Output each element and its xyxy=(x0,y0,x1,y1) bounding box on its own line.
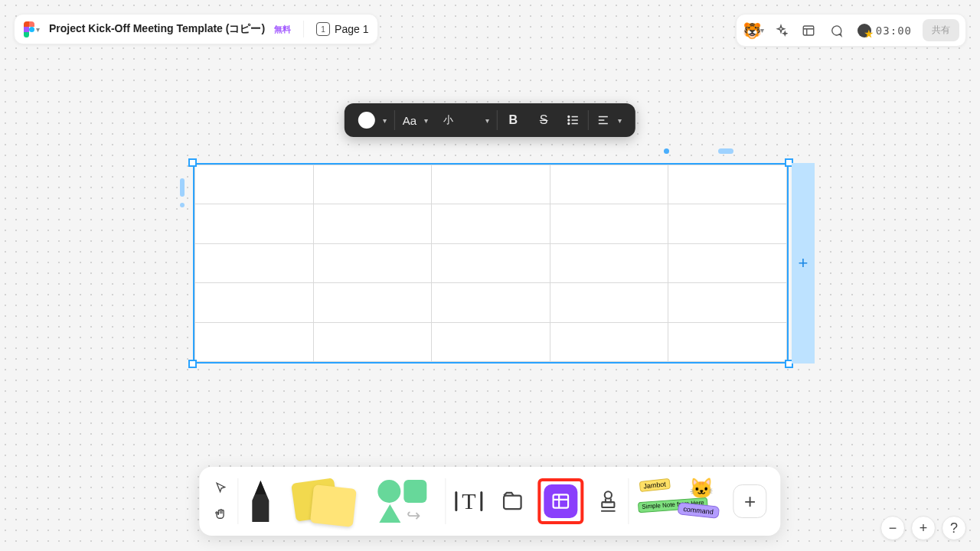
help-button[interactable]: ? xyxy=(942,516,966,540)
help-icon: ? xyxy=(950,520,958,536)
list-button[interactable] xyxy=(559,108,588,132)
row-indicator-rail[interactable] xyxy=(180,178,185,197)
svg-rect-0 xyxy=(803,26,814,35)
comment-button[interactable] xyxy=(825,20,847,41)
chevron-down-icon: ▾ xyxy=(383,116,387,125)
text-tool[interactable]: T xyxy=(446,471,492,531)
zoom-out-button[interactable]: − xyxy=(880,516,905,540)
marker-icon xyxy=(247,479,273,523)
collab-toolbar: 🐯 ▾ 03:00 共有 xyxy=(736,14,966,47)
timer-avatar-icon xyxy=(858,24,871,37)
file-name[interactable]: Project Kick-Off Meeting Template (コピー) xyxy=(49,22,265,36)
text-format-toolbar: ▾ Aa ▾ 小 ▾ B S ▾ xyxy=(345,103,635,137)
bottom-toolbar: ↪ T Jambot 🐱 Simple Note from xyxy=(199,467,780,536)
selected-table[interactable]: + xyxy=(193,163,789,364)
comment-icon xyxy=(829,24,843,37)
table-tool-highlight xyxy=(538,478,584,524)
bold-button[interactable]: B xyxy=(498,108,528,132)
page-selector[interactable]: 1 Page 1 xyxy=(316,22,368,36)
font-size-picker[interactable]: 小 ▾ xyxy=(436,108,497,132)
zoom-in-button[interactable]: + xyxy=(911,516,936,540)
ai-button[interactable] xyxy=(770,20,792,41)
zoom-help-cluster: − + ? xyxy=(880,516,966,540)
page-icon: 1 xyxy=(316,22,330,36)
strikethrough-button[interactable]: S xyxy=(528,108,559,132)
minus-icon: − xyxy=(889,520,897,536)
row-indicator-dot[interactable] xyxy=(180,203,185,207)
marker-tool[interactable] xyxy=(238,471,283,531)
svg-rect-5 xyxy=(554,494,569,507)
list-icon xyxy=(567,113,580,127)
chevron-down-icon: ▾ xyxy=(36,25,40,34)
resize-handle-top-left[interactable] xyxy=(188,158,197,167)
avatar-icon: 🐯 xyxy=(743,21,762,40)
align-left-icon xyxy=(596,113,610,127)
sticky-note-tool[interactable] xyxy=(283,471,365,531)
profile-menu[interactable]: 🐯 ▾ xyxy=(743,20,764,41)
strikethrough-icon: S xyxy=(536,113,551,127)
plan-badge[interactable]: 無料 xyxy=(274,24,291,35)
plus-icon: + xyxy=(733,484,767,518)
svg-point-2 xyxy=(568,119,570,121)
widgets-icon: Jambot 🐱 Simple Note from Here command xyxy=(639,477,715,526)
page-label: Page 1 xyxy=(335,23,368,35)
color-swatch-icon xyxy=(358,112,375,129)
chevron-down-icon: ▾ xyxy=(618,116,622,125)
hand-tool[interactable] xyxy=(210,504,231,525)
stamp-tool[interactable] xyxy=(589,471,629,531)
more-tools[interactable]: + xyxy=(724,471,776,531)
column-indicator-dot[interactable] xyxy=(664,148,669,154)
bold-icon: B xyxy=(505,113,521,127)
shapes-tool[interactable]: ↪ xyxy=(365,471,445,531)
timer-value: 03:00 xyxy=(876,24,912,37)
hand-icon xyxy=(214,507,227,521)
timer-chip[interactable]: 03:00 xyxy=(853,22,916,39)
file-header: ▾ Project Kick-Off Meeting Template (コピー… xyxy=(14,14,378,44)
text-cursor-icon xyxy=(455,491,457,511)
text-align-picker[interactable]: ▾ xyxy=(589,108,629,132)
section-tool[interactable] xyxy=(492,471,534,531)
layout-icon xyxy=(802,24,815,37)
table-tool[interactable] xyxy=(544,484,578,518)
svg-rect-7 xyxy=(603,502,615,507)
svg-point-6 xyxy=(605,491,612,498)
section-icon xyxy=(501,490,524,513)
sparkle-icon xyxy=(774,24,788,37)
text-cursor-icon xyxy=(481,491,483,511)
layout-button[interactable] xyxy=(798,20,819,41)
text-icon: T xyxy=(462,488,475,514)
share-button[interactable]: 共有 xyxy=(923,19,959,41)
chevron-down-icon: ▾ xyxy=(424,116,428,125)
chevron-down-icon: ▾ xyxy=(760,26,764,34)
add-column-button[interactable]: + xyxy=(792,163,815,364)
move-tool-group xyxy=(204,471,237,531)
figma-icon xyxy=(24,21,34,37)
resize-handle-bottom-left[interactable] xyxy=(188,360,197,368)
column-indicator-dash[interactable] xyxy=(718,148,733,154)
shapes-icon: ↪ xyxy=(374,478,436,524)
table-tool-wrapper xyxy=(534,471,589,531)
plus-icon: + xyxy=(920,520,928,536)
table-body[interactable] xyxy=(193,163,789,364)
stamp-icon xyxy=(598,490,619,513)
widgets-tool[interactable]: Jambot 🐱 Simple Note from Here command xyxy=(629,471,724,531)
divider xyxy=(303,21,304,37)
sticky-note-icon xyxy=(292,476,356,527)
svg-point-1 xyxy=(568,116,570,118)
table-grid[interactable] xyxy=(194,165,787,362)
svg-rect-4 xyxy=(504,496,521,510)
main-menu-button[interactable]: ▾ xyxy=(24,21,40,37)
select-tool[interactable] xyxy=(210,478,231,499)
cursor-icon xyxy=(214,481,227,495)
fill-color-picker[interactable]: ▾ xyxy=(351,108,394,132)
svg-point-3 xyxy=(568,123,570,125)
chevron-down-icon: ▾ xyxy=(485,116,489,125)
font-family-picker[interactable]: Aa ▾ xyxy=(395,108,436,132)
table-icon xyxy=(551,491,571,511)
